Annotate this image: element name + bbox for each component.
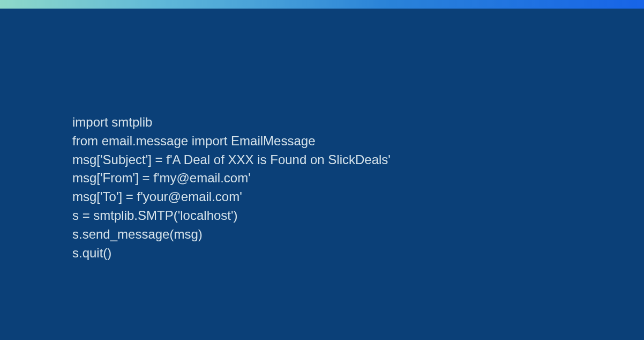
code-line: s = smtplib.SMTP('localhost'): [72, 206, 572, 225]
top-gradient-bar: [0, 0, 644, 9]
code-line: msg['To'] = f'your@email.com': [72, 188, 572, 206]
code-line: s.quit(): [72, 244, 572, 263]
code-line: msg['Subject'] = f'A Deal of XXX is Foun…: [72, 151, 572, 169]
code-line: from email.message import EmailMessage: [72, 132, 572, 151]
code-line: import smtplib: [72, 113, 572, 132]
code-block: import smtplib from email.message import…: [0, 9, 644, 262]
code-line: s.send_message(msg): [72, 225, 572, 244]
code-line: msg['From'] = f'my@email.com': [72, 169, 572, 188]
